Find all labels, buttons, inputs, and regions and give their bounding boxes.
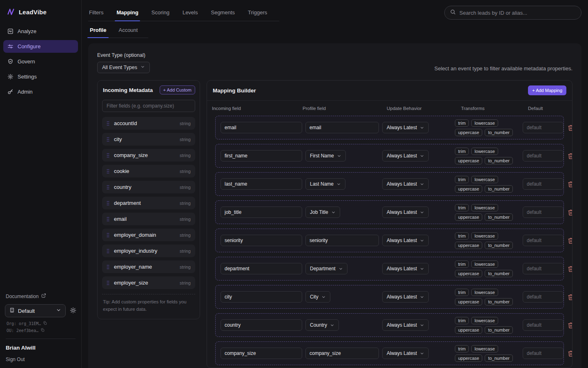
delete-mapping-button[interactable] [567, 236, 572, 245]
profile-field-select[interactable]: Last Name [305, 178, 345, 190]
delete-mapping-button[interactable] [567, 152, 572, 160]
transform-chip-uppercase[interactable]: uppercase [455, 129, 482, 136]
update-behavior-select[interactable]: Always Latest [382, 178, 429, 190]
update-behavior-select[interactable]: Always Latest [382, 122, 429, 133]
metadata-field-country[interactable]: countrystring [102, 181, 195, 193]
transform-chip-lowercase[interactable]: lowercase [471, 232, 498, 240]
search-bar[interactable] [444, 6, 581, 20]
search-input[interactable] [459, 10, 576, 16]
transform-chip-to_number[interactable]: to_number [485, 270, 513, 277]
metadata-field-employer_name[interactable]: employer_namestring [102, 260, 195, 273]
transform-chip-uppercase[interactable]: uppercase [455, 213, 482, 221]
transform-chip-uppercase[interactable]: uppercase [455, 326, 482, 334]
transform-chip-lowercase[interactable]: lowercase [471, 176, 498, 183]
default-value-input[interactable] [523, 263, 564, 274]
default-value-input[interactable] [523, 206, 564, 218]
add-mapping-button[interactable]: + Add Mapping [528, 85, 566, 95]
metadata-field-employer_size[interactable]: employer_sizestring [102, 276, 195, 289]
update-behavior-select[interactable]: Always Latest [382, 263, 429, 274]
delete-mapping-button[interactable] [567, 349, 572, 358]
drag-handle-icon[interactable] [107, 185, 109, 190]
update-behavior-select[interactable]: Always Latest [382, 235, 429, 246]
transform-chip-uppercase[interactable]: uppercase [455, 270, 482, 277]
delete-mapping-button[interactable] [567, 123, 572, 132]
transform-chip-uppercase[interactable]: uppercase [455, 242, 482, 249]
delete-mapping-button[interactable] [567, 208, 572, 217]
transform-chip-to_number[interactable]: to_number [485, 213, 513, 221]
transform-chip-to_number[interactable]: to_number [485, 326, 513, 334]
transform-chip-to_number[interactable]: to_number [485, 298, 513, 305]
theme-toggle-button[interactable] [70, 307, 76, 315]
metadata-field-employer_domain[interactable]: employer_domainstring [102, 229, 195, 241]
incoming-field-input[interactable] [220, 319, 302, 331]
profile-field-select[interactable]: Job Title [305, 206, 340, 218]
transform-chip-uppercase[interactable]: uppercase [455, 185, 482, 193]
transform-chip-lowercase[interactable]: lowercase [471, 345, 498, 352]
update-behavior-select[interactable]: Always Latest [382, 348, 429, 359]
sign-out-link[interactable]: Sign Out [5, 352, 76, 364]
update-behavior-select[interactable]: Always Latest [382, 291, 429, 303]
default-value-input[interactable] [523, 319, 564, 331]
profile-field-select[interactable]: City [305, 291, 330, 303]
filter-fields-input[interactable] [102, 100, 195, 112]
delete-mapping-button[interactable] [567, 265, 572, 273]
profile-field-input[interactable] [305, 235, 379, 246]
transform-chip-to_number[interactable]: to_number [485, 355, 513, 362]
add-custom-button[interactable]: + Add Custom [160, 85, 195, 94]
transform-chip-lowercase[interactable]: lowercase [471, 204, 498, 211]
metadata-field-accountId[interactable]: accountIdstring [102, 117, 195, 130]
transform-chip-trim[interactable]: trim [455, 176, 469, 183]
drag-handle-icon[interactable] [107, 137, 109, 142]
transform-chip-to_number[interactable]: to_number [485, 242, 513, 249]
transform-chip-trim[interactable]: trim [455, 345, 469, 352]
update-behavior-select[interactable]: Always Latest [382, 319, 429, 331]
sidebar-item-configure[interactable]: Configure [3, 40, 78, 53]
delete-mapping-button[interactable] [567, 180, 572, 188]
incoming-field-input[interactable] [220, 150, 302, 162]
incoming-field-input[interactable] [220, 206, 302, 218]
profile-field-select[interactable]: Country [305, 319, 339, 331]
drag-handle-icon[interactable] [107, 217, 109, 222]
drag-handle-icon[interactable] [107, 233, 109, 238]
metadata-field-cookie[interactable]: cookiestring [102, 165, 195, 177]
sidebar-item-admin[interactable]: Admin [3, 85, 78, 98]
transform-chip-to_number[interactable]: to_number [485, 157, 513, 164]
update-behavior-select[interactable]: Always Latest [382, 150, 429, 162]
drag-handle-icon[interactable] [107, 265, 109, 269]
documentation-link[interactable]: Documentation [5, 291, 76, 304]
incoming-field-input[interactable] [220, 263, 302, 274]
metadata-field-city[interactable]: citystring [102, 133, 195, 146]
transform-chip-trim[interactable]: trim [455, 119, 469, 127]
subtab-profile[interactable]: Profile [88, 24, 108, 38]
sidebar-item-govern[interactable]: Govern [3, 55, 78, 68]
drag-handle-icon[interactable] [107, 153, 109, 158]
tab-levels[interactable]: Levels [182, 6, 199, 21]
transform-chip-to_number[interactable]: to_number [485, 185, 513, 193]
incoming-field-input[interactable] [220, 235, 302, 246]
drag-handle-icon[interactable] [107, 121, 109, 126]
transform-chip-trim[interactable]: trim [455, 260, 469, 268]
incoming-field-input[interactable] [220, 291, 302, 303]
transform-chip-trim[interactable]: trim [455, 232, 469, 240]
incoming-field-input[interactable] [220, 122, 302, 133]
profile-field-input[interactable] [305, 348, 379, 359]
sidebar-item-settings[interactable]: Settings [3, 70, 78, 83]
copy-icon[interactable] [43, 321, 47, 326]
transform-chip-uppercase[interactable]: uppercase [455, 298, 482, 305]
profile-field-select[interactable]: Department [305, 263, 347, 274]
transform-chip-lowercase[interactable]: lowercase [471, 148, 498, 155]
incoming-field-input[interactable] [220, 178, 302, 190]
default-value-input[interactable] [523, 348, 564, 359]
transform-chip-uppercase[interactable]: uppercase [455, 157, 482, 164]
drag-handle-icon[interactable] [107, 201, 109, 206]
metadata-field-employer_industry[interactable]: employer_industrystring [102, 245, 195, 257]
environment-select[interactable]: Default [5, 304, 66, 317]
tab-filters[interactable]: Filters [88, 6, 104, 21]
tab-mapping[interactable]: Mapping [116, 6, 139, 21]
tab-scoring[interactable]: Scoring [151, 6, 170, 21]
subtab-account[interactable]: Account [117, 24, 139, 38]
default-value-input[interactable] [523, 122, 564, 133]
transform-chip-to_number[interactable]: to_number [485, 129, 513, 136]
transform-chip-trim[interactable]: trim [455, 148, 469, 155]
transform-chip-lowercase[interactable]: lowercase [471, 317, 498, 324]
